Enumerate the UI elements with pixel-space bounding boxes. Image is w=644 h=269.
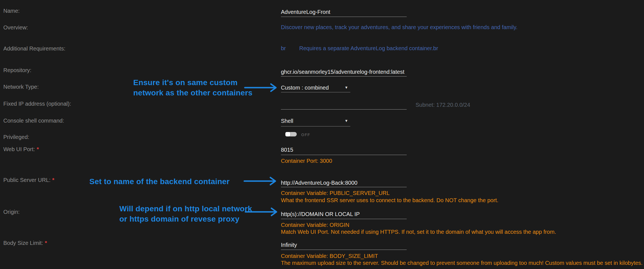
body-size-limit-label-text: Body Size Limit: <box>3 240 43 246</box>
annotation-network-type-line2: network as the other containers <box>133 88 252 98</box>
annotation-origin: Will depend if on http local network or … <box>119 204 252 224</box>
additional-requirements-prefix: br <box>281 45 286 52</box>
annotation-network-type-line1: Ensure it's on same custom <box>133 77 252 88</box>
console-shell-select[interactable]: Shell ▼ <box>281 118 350 124</box>
public-server-url-input[interactable] <box>281 179 407 187</box>
toggle-knob <box>285 132 290 136</box>
annotation-public-server-url: Set to name of the backend container <box>89 176 230 187</box>
body-size-limit-field-label: Body Size Limit:* <box>3 240 47 246</box>
docker-template-settings-page: { "colors": { "background": "#1b1b1b", "… <box>0 0 644 269</box>
network-type-select-underline <box>281 92 350 92</box>
required-asterisk: * <box>52 177 54 183</box>
public-server-url-field-label: Public Server URL:* <box>3 177 54 183</box>
overview-field-label: Overview: <box>3 24 28 31</box>
web-ui-port-container-port-help: Container Port: 3000 <box>281 158 332 164</box>
public-server-url-description-help: What the frontend SSR server uses to con… <box>281 197 498 204</box>
name-field-label: Name: <box>3 8 20 14</box>
required-asterisk: * <box>37 146 39 152</box>
annotation-origin-line1: Will depend if on http local network <box>119 204 252 214</box>
origin-input[interactable] <box>281 209 407 219</box>
additional-requirements-field-label: Additional Requirements: <box>3 45 65 52</box>
network-type-select[interactable]: Custom : combined ▼ <box>281 85 350 91</box>
public-server-url-label-text: Public Server URL: <box>3 177 51 183</box>
web-ui-port-input[interactable] <box>281 145 407 155</box>
arrow-right-icon <box>243 176 279 186</box>
chevron-down-icon: ▼ <box>344 119 348 123</box>
annotation-public-server-url-line1: Set to name of the backend container <box>89 176 230 187</box>
network-type-selected-value: Custom : combined <box>281 85 329 91</box>
privileged-field-label: Privileged: <box>3 134 29 140</box>
body-size-limit-input[interactable] <box>281 240 407 250</box>
repository-input[interactable] <box>281 67 407 77</box>
arrow-right-icon <box>244 207 280 217</box>
privileged-toggle[interactable] <box>285 132 297 136</box>
privileged-state-label: OFF <box>301 133 310 137</box>
web-ui-port-label-text: Web UI Port: <box>3 146 35 152</box>
network-type-field-label: Network Type: <box>3 84 39 90</box>
subnet-note: Subnet: 172.20.0.0/24 <box>416 102 470 108</box>
name-input[interactable] <box>281 7 407 17</box>
repository-field-label: Repository: <box>3 67 31 73</box>
arrow-right-icon <box>244 83 280 93</box>
annotation-network-type: Ensure it's on same custom network as th… <box>133 77 252 98</box>
fixed-ip-input[interactable] <box>281 100 407 110</box>
body-size-limit-description-help: The maximum upload size to the server. S… <box>281 260 643 266</box>
body-size-limit-variable-help: Container Variable: BODY_SIZE_LIMIT <box>281 253 378 259</box>
console-shell-selected-value: Shell <box>281 118 293 124</box>
chevron-down-icon: ▼ <box>344 85 348 90</box>
annotation-origin-line2: or https domain of revese proxy <box>119 214 252 224</box>
origin-variable-help: Container Variable: ORIGIN <box>281 222 349 228</box>
origin-field-label: Origin: <box>3 209 20 215</box>
web-ui-port-field-label: Web UI Port:* <box>3 146 39 153</box>
public-server-url-variable-help: Container Variable: PUBLIC_SERVER_URL <box>281 190 390 196</box>
fixed-ip-field-label: Fixed IP address (optional): <box>3 101 71 107</box>
required-asterisk: * <box>45 240 47 246</box>
overview-text: Discover new places, track your adventur… <box>281 24 517 31</box>
console-shell-select-underline <box>281 126 350 126</box>
additional-requirements-text: Requires a separate AdventureLog backend… <box>299 45 438 52</box>
origin-description-help: Match Web UI Port. Not needed if using H… <box>281 229 556 235</box>
console-shell-field-label: Console shell command: <box>3 118 64 124</box>
